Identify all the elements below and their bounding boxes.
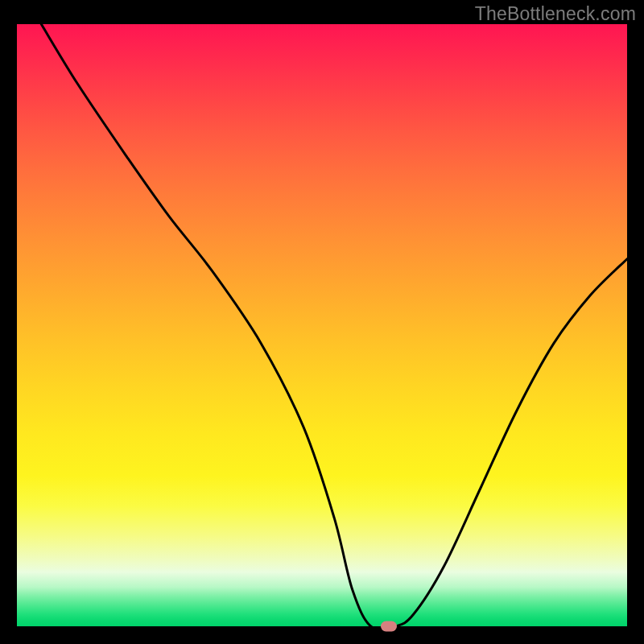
curve-svg (17, 24, 627, 626)
bottleneck-curve (41, 24, 627, 626)
optimum-marker (381, 621, 397, 632)
chart-frame: TheBottleneck.com (0, 0, 644, 644)
attribution-label: TheBottleneck.com (475, 3, 636, 25)
plot-area (17, 24, 627, 626)
